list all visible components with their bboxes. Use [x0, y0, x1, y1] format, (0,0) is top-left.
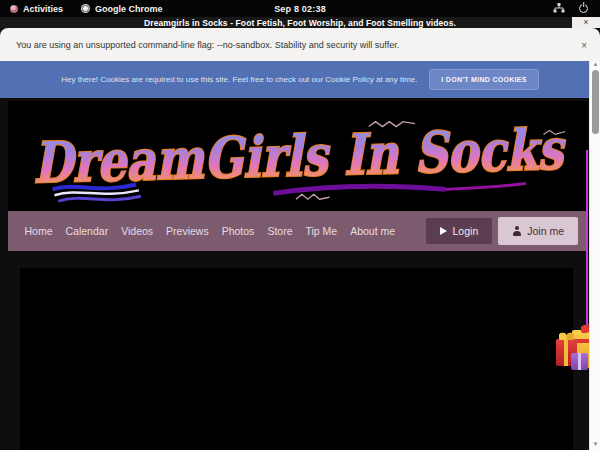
warning-message: You are using an unsupported command-lin… [16, 40, 399, 50]
page-title: Dreamgirls in Socks - Foot Fetish, Foot … [144, 18, 456, 28]
clock[interactable]: Sep 8 02:38 [274, 4, 326, 14]
gift-widget[interactable] [556, 326, 592, 378]
join-button[interactable]: Join me [498, 217, 578, 245]
person-icon [512, 226, 521, 236]
nav-item-about-me[interactable]: About me [344, 225, 402, 237]
system-bar-right [553, 3, 600, 15]
nav-item-videos[interactable]: Videos [115, 225, 160, 237]
nav-item-home[interactable]: Home [18, 225, 59, 237]
focused-app-menu[interactable]: Google Chrome [81, 4, 163, 14]
site-header-banner[interactable]: DreamGirls In Socks [8, 101, 588, 211]
gift-box-purple-icon [571, 353, 588, 370]
cookie-message: Hey there! Cookies are required to use t… [61, 75, 417, 84]
close-icon: × [581, 39, 587, 50]
infobar-dismiss-button[interactable]: × [581, 39, 587, 50]
cookie-consent-banner: Hey there! Cookies are required to use t… [0, 61, 600, 98]
login-button[interactable]: Login [426, 218, 493, 244]
activities-button[interactable]: Activities [10, 4, 63, 14]
desktop-screen: Activities Google Chrome Sep 8 02:38 Dre… [0, 0, 600, 450]
activities-label: Activities [23, 4, 63, 14]
system-top-bar: Activities Google Chrome Sep 8 02:38 [0, 0, 600, 17]
login-arrow-icon [440, 227, 447, 235]
power-icon[interactable] [579, 4, 588, 13]
accept-cookies-button[interactable]: I DON'T MIND COOKIES [429, 69, 538, 90]
network-icon[interactable] [553, 3, 565, 15]
main-content-area [20, 268, 573, 450]
nav-item-calendar[interactable]: Calendar [59, 225, 115, 237]
nav-item-store[interactable]: Store [261, 225, 299, 237]
system-bar-left: Activities Google Chrome [0, 4, 163, 14]
focused-app-label: Google Chrome [95, 4, 163, 14]
activities-indicator-icon [10, 5, 18, 13]
page-scrollbar[interactable]: ▲ ▼ [589, 58, 600, 450]
scroll-down-arrow-icon[interactable]: ▼ [590, 439, 600, 449]
site-nav-bar: Home Calendar Videos Previews Photos Sto… [8, 211, 588, 251]
site-logo-text: DreamGirls In Socks [32, 116, 567, 196]
chrome-app-icon [81, 4, 90, 13]
scrollbar-thumb[interactable] [592, 70, 599, 134]
sandbox-warning-infobar: You are using an unsupported command-lin… [0, 28, 600, 61]
login-label: Login [453, 225, 479, 237]
browser-title-bar: Dreamgirls in Socks - Foot Fetish, Foot … [0, 17, 600, 28]
join-label: Join me [527, 225, 564, 237]
close-icon: × [583, 18, 588, 27]
nav-item-previews[interactable]: Previews [160, 225, 216, 237]
nav-item-tip-me[interactable]: Tip Me [299, 225, 344, 237]
nav-item-photos[interactable]: Photos [215, 225, 261, 237]
site-viewport: DreamGirls In Socks Home Calendar Videos… [0, 98, 600, 450]
window-close-button[interactable]: × [572, 17, 600, 28]
site-logo-graphic: DreamGirls In Socks [8, 101, 588, 211]
